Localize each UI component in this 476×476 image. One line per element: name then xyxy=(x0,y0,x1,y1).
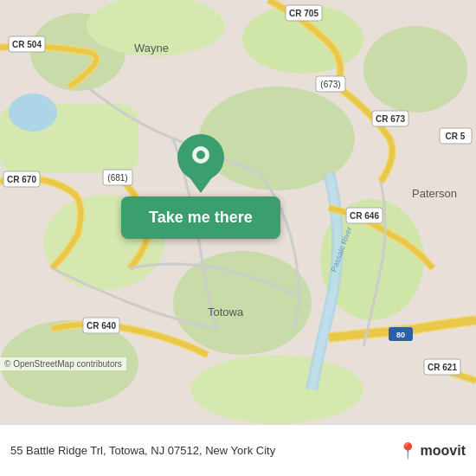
svg-text:Paterson: Paterson xyxy=(412,187,457,200)
location-pin-wrapper: Take me there xyxy=(121,134,280,239)
bottom-bar: 55 Battle Ridge Trl, Totowa, NJ 07512, N… xyxy=(0,424,476,476)
svg-point-42 xyxy=(196,151,205,159)
svg-point-4 xyxy=(363,26,467,113)
moovit-logo-text: moovit xyxy=(421,443,466,459)
svg-text:Totowa: Totowa xyxy=(208,306,244,318)
svg-point-11 xyxy=(190,355,363,424)
svg-text:CR 705: CR 705 xyxy=(289,9,318,18)
svg-point-12 xyxy=(9,93,57,132)
svg-text:CR 670: CR 670 xyxy=(7,175,36,184)
svg-text:CR 504: CR 504 xyxy=(12,40,42,49)
svg-marker-40 xyxy=(184,170,217,193)
svg-text:CR 673: CR 673 xyxy=(376,114,405,124)
moovit-logo: 📍 moovit xyxy=(398,441,466,460)
address-text: 55 Battle Ridge Trl, Totowa, NJ 07512, N… xyxy=(10,444,398,457)
take-me-there-container: Take me there xyxy=(121,134,280,239)
svg-text:80: 80 xyxy=(396,331,405,339)
svg-text:CR 5: CR 5 xyxy=(446,132,466,141)
svg-point-8 xyxy=(173,251,312,355)
osm-attribution: © OpenStreetMap contributors xyxy=(0,357,126,370)
svg-text:CR 646: CR 646 xyxy=(350,211,379,221)
location-pin-icon xyxy=(177,134,224,193)
svg-text:Wayne: Wayne xyxy=(134,42,169,55)
pin-emoji: 📍 xyxy=(398,441,417,460)
svg-text:(673): (673) xyxy=(320,80,340,89)
map-container: Wayne Totowa Paterson CR 504 CR 705 (673… xyxy=(0,0,476,424)
svg-text:CR 640: CR 640 xyxy=(87,321,116,331)
take-me-there-button[interactable]: Take me there xyxy=(121,196,280,239)
svg-text:CR 621: CR 621 xyxy=(428,363,457,372)
